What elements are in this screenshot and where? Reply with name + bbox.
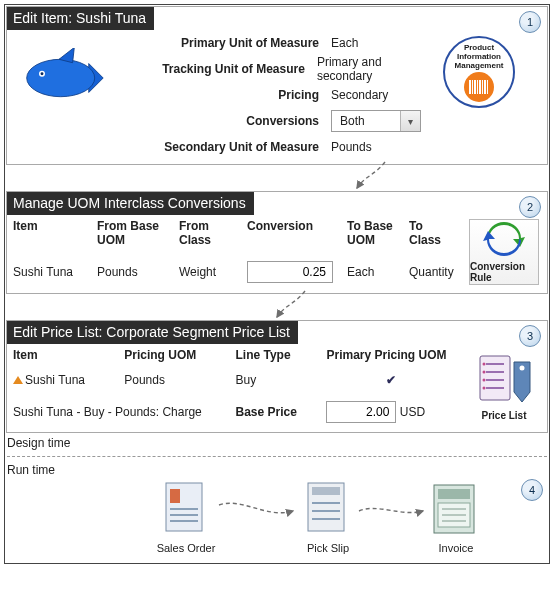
design-time-label: Design time xyxy=(5,434,549,452)
svg-rect-5 xyxy=(474,80,476,94)
col-from-base: From Base UOM xyxy=(91,215,173,255)
label-secondary-uom: Secondary Unit of Measure xyxy=(131,140,331,154)
svg-rect-7 xyxy=(479,80,481,94)
cell-from-base: Pounds xyxy=(91,255,173,289)
svg-point-0 xyxy=(27,59,95,96)
cell-pricing-uom: Pounds xyxy=(118,368,229,392)
step-badge-3: 3 xyxy=(519,325,541,347)
pim-badge: Product Information Management xyxy=(441,30,517,108)
value-secondary-uom: Pounds xyxy=(331,140,372,154)
base-price-label: Base Price xyxy=(229,391,320,428)
price-list-label: Price List xyxy=(481,410,526,421)
svg-point-16 xyxy=(483,362,486,365)
fish-icon xyxy=(25,48,110,108)
col-item: Item xyxy=(7,215,91,255)
svg-point-19 xyxy=(483,386,486,389)
pim-line1: Product xyxy=(464,43,494,52)
barcode-icon xyxy=(464,72,494,102)
invoice-label: Invoice xyxy=(425,543,487,554)
label-conversions: Conversions xyxy=(131,114,331,128)
label-tracking-uom: Tracking Unit of Measure xyxy=(131,62,317,76)
table-header-row: Item Pricing UOM Line Type Primary Prici… xyxy=(7,344,547,368)
flow-arrow-icon xyxy=(357,501,427,523)
conversion-input[interactable] xyxy=(247,261,333,283)
col-line-type: Line Type xyxy=(229,344,320,368)
svg-rect-27 xyxy=(312,487,340,495)
invoice-node: Invoice xyxy=(425,481,487,554)
col-from-class: From Class xyxy=(173,215,241,255)
invoice-icon xyxy=(430,481,482,539)
label-pricing: Pricing xyxy=(131,88,331,102)
panel-edit-item: 1 Edit Item: Sushi Tuna Primary Unit of … xyxy=(6,6,548,165)
price-list-table: Item Pricing UOM Line Type Primary Prici… xyxy=(7,344,547,428)
clipboard-tag-icon xyxy=(474,352,534,406)
base-price-charge-label: Sushi Tuna - Buy - Pounds: Charge xyxy=(7,391,229,428)
select-conversions-value: Both xyxy=(332,114,400,128)
svg-rect-3 xyxy=(469,80,471,94)
cell-from-class: Weight xyxy=(173,255,241,289)
panel-title-edit-price-list: Edit Price List: Corporate Segment Price… xyxy=(7,321,298,344)
col-to-base: To Base UOM xyxy=(341,215,403,255)
pick-slip-label: Pick Slip xyxy=(297,543,359,554)
base-price-input[interactable] xyxy=(326,401,396,423)
svg-point-17 xyxy=(483,370,486,373)
triangle-icon xyxy=(13,376,23,384)
uom-table: Item From Base UOM From Class Conversion… xyxy=(7,215,547,289)
chevron-down-icon[interactable]: ▾ xyxy=(400,111,420,131)
table-header-row: Item From Base UOM From Class Conversion… xyxy=(7,215,547,255)
cell-line-type: Buy xyxy=(229,368,320,392)
col-pricing-uom: Pricing UOM xyxy=(118,344,229,368)
svg-rect-32 xyxy=(438,489,470,499)
svg-rect-6 xyxy=(477,80,478,94)
col-item: Item xyxy=(7,344,118,368)
price-list-icon: Price List xyxy=(469,348,539,424)
col-conversion: Conversion xyxy=(241,215,341,255)
run-time-label: Run time xyxy=(5,461,549,479)
pick-slip-node: Pick Slip xyxy=(297,481,359,554)
step-badge-4: 4 xyxy=(521,479,543,501)
diagram-frame: 1 Edit Item: Sushi Tuna Primary Unit of … xyxy=(4,4,550,564)
conversion-rule-label: Conversion Rule xyxy=(470,261,538,283)
svg-point-2 xyxy=(41,72,44,75)
sales-order-label: Sales Order xyxy=(155,543,217,554)
select-conversions[interactable]: Both ▾ xyxy=(331,110,421,132)
document-icon xyxy=(302,481,354,539)
svg-rect-10 xyxy=(487,80,488,94)
pim-line2: Information xyxy=(457,52,501,61)
dashed-separator xyxy=(7,456,547,457)
svg-rect-9 xyxy=(484,80,486,94)
flow-arrow-icon xyxy=(217,499,297,523)
sales-order-node: Sales Order xyxy=(155,481,217,554)
step-badge-1: 1 xyxy=(519,11,541,33)
step-badge-2: 2 xyxy=(519,196,541,218)
panel-manage-uom: 2 Manage UOM Interclass Conversions Item… xyxy=(6,191,548,294)
cycle-arrows-icon xyxy=(483,221,525,257)
panel-edit-price-list: 3 Edit Price List: Corporate Segment Pri… xyxy=(6,320,548,433)
conversion-rule-icon[interactable]: Conversion Rule xyxy=(469,219,539,285)
check-icon: ✔ xyxy=(320,368,462,392)
label-primary-uom: Primary Unit of Measure xyxy=(131,36,331,50)
col-primary-pricing-uom: Primary Pricing UOM xyxy=(320,344,462,368)
col-to-class: To Class xyxy=(403,215,463,255)
svg-rect-22 xyxy=(170,489,180,503)
pim-line3: Management xyxy=(455,61,504,70)
value-tracking-uom: Primary and secondary xyxy=(317,55,431,83)
runtime-flow: 4 Sales Order Pick Slip xyxy=(5,479,549,563)
svg-point-20 xyxy=(520,365,525,370)
svg-point-18 xyxy=(483,378,486,381)
panel-title-manage-uom: Manage UOM Interclass Conversions xyxy=(7,192,254,215)
document-icon xyxy=(160,481,212,539)
svg-rect-8 xyxy=(482,80,483,94)
svg-rect-4 xyxy=(472,80,473,94)
cell-to-class: Quantity xyxy=(403,255,463,289)
cell-to-base: Each xyxy=(341,255,403,289)
panel-title-edit-item: Edit Item: Sushi Tuna xyxy=(7,7,154,30)
flow-arrow-icon xyxy=(345,160,405,194)
cell-item: Sushi Tuna xyxy=(7,368,118,392)
value-pricing: Secondary xyxy=(331,88,388,102)
flow-arrow-icon xyxy=(265,289,325,323)
value-primary-uom: Each xyxy=(331,36,358,50)
cell-item: Sushi Tuna xyxy=(7,255,91,289)
currency-label: USD xyxy=(400,405,425,419)
